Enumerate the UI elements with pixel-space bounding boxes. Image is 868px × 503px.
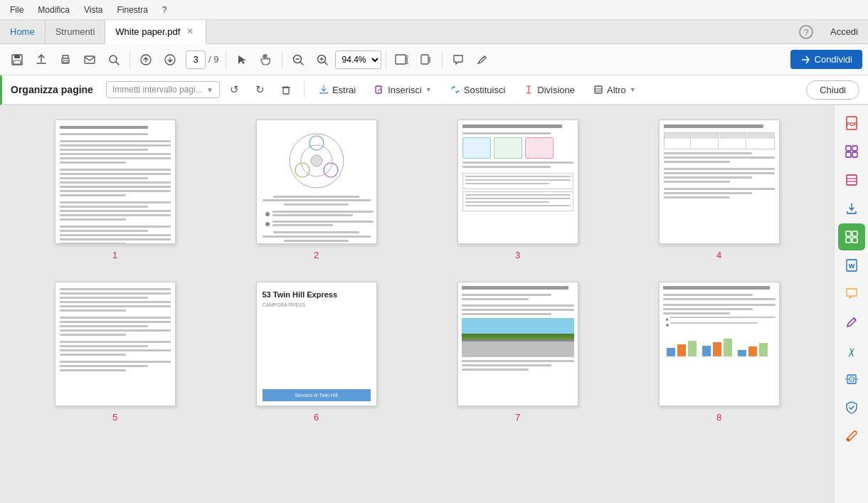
select-icon — [236, 54, 248, 65]
upload-button[interactable] — [30, 48, 53, 71]
svg-rect-7 — [85, 56, 95, 63]
sidebar-compress-icon[interactable] — [838, 166, 865, 194]
save-button[interactable] — [6, 48, 28, 71]
menu-file[interactable]: File — [4, 4, 29, 16]
pages-area[interactable]: 1 — [0, 105, 834, 503]
search-button[interactable] — [102, 48, 125, 71]
share-icon — [800, 55, 810, 65]
tab-whitepaper[interactable]: White paper.pdf ✕ — [105, 20, 206, 44]
menu-vista[interactable]: Vista — [78, 4, 108, 16]
sidebar-edit-icon[interactable] — [838, 309, 865, 336]
sostituisci-button[interactable]: Sostituisci — [443, 81, 513, 99]
chart-svg — [663, 330, 770, 359]
page-num-4: 4 — [716, 250, 721, 260]
chiudi-button[interactable]: Chiudi — [806, 80, 859, 100]
separator-5 — [442, 51, 443, 68]
page-thumb-6[interactable]: 53 Twin Hill Express CAMPORA PRESS Servi… — [223, 282, 410, 423]
menu-finestra[interactable]: Finestra — [112, 4, 154, 16]
fit-width-button[interactable] — [391, 48, 413, 71]
sidebar-word-icon[interactable]: W — [838, 252, 865, 279]
page-image-8 — [659, 282, 780, 406]
undo-button[interactable]: ↺ — [224, 79, 245, 100]
word-icon: W — [845, 258, 859, 272]
page-thumb-5[interactable]: 5 — [21, 282, 208, 423]
page-thumb-7[interactable]: 7 — [424, 282, 611, 423]
select-tool-button[interactable] — [231, 48, 253, 71]
condividi-button[interactable]: Condividi — [790, 50, 862, 69]
inserisci-icon — [374, 85, 384, 95]
page-image-6: 53 Twin Hill Express CAMPORA PRESS Servi… — [256, 282, 377, 406]
tab-strumenti-label: Strumenti — [55, 26, 95, 37]
divisione-button[interactable]: Divisione — [517, 81, 582, 99]
page-thumb-3[interactable]: 3 — [424, 120, 611, 260]
sidebar-tools-icon[interactable] — [838, 423, 865, 450]
inserisci-chevron: ▼ — [425, 86, 432, 93]
page-down-icon — [164, 54, 176, 65]
sidebar-combine-icon[interactable] — [838, 138, 865, 165]
svg-point-35 — [309, 136, 324, 150]
edit-toolbar-button[interactable] — [471, 48, 494, 71]
diagram-svg — [285, 129, 349, 193]
svg-rect-4 — [14, 60, 21, 64]
comment-button[interactable] — [447, 48, 470, 71]
svg-rect-40 — [688, 341, 697, 356]
zoom-out-button[interactable] — [287, 48, 309, 71]
svg-rect-57 — [846, 231, 851, 236]
right-sidebar: PDF — [834, 105, 868, 503]
divisione-icon — [524, 85, 534, 95]
svg-rect-43 — [724, 339, 732, 356]
svg-line-9 — [116, 62, 119, 65]
inserisci-button[interactable]: Inserisci ▼ — [367, 81, 439, 99]
menu-modifica[interactable]: Modifica — [32, 4, 75, 16]
page-up-button[interactable] — [134, 48, 157, 71]
page-thumb-1[interactable]: 1 — [21, 120, 208, 260]
page-thumb-4[interactable]: 4 — [625, 120, 813, 260]
svg-text:W: W — [848, 263, 854, 270]
svg-rect-24 — [283, 88, 289, 94]
print-button[interactable] — [54, 48, 77, 71]
page-num-6: 6 — [314, 412, 319, 423]
page-total: / 9 — [208, 54, 218, 65]
svg-rect-59 — [846, 238, 851, 243]
menu-help[interactable]: ? — [157, 4, 173, 16]
redo-button[interactable]: ↻ — [250, 79, 271, 100]
sidebar-comment-icon[interactable] — [838, 280, 865, 307]
accedi-button[interactable]: Accedi — [820, 20, 868, 43]
sidebar-export-icon[interactable] — [838, 195, 865, 222]
page-num-7: 7 — [515, 412, 520, 423]
export-icon — [845, 201, 859, 216]
sidebar-organize-icon[interactable] — [838, 223, 865, 250]
interval-select[interactable]: Immetti intervallo pagi... ▼ — [106, 81, 220, 98]
tab-strumenti[interactable]: Strumenti — [46, 20, 106, 43]
page-thumb-2[interactable]: 2 — [223, 120, 410, 260]
page-input[interactable] — [186, 51, 206, 69]
estrai-button[interactable]: Estrai — [312, 81, 363, 99]
fit-page-button[interactable] — [415, 48, 438, 71]
delete-button[interactable] — [275, 79, 297, 100]
tab-home[interactable]: Home — [0, 20, 46, 43]
zoom-select[interactable]: 94.4% 50% 75% 100% 125% 150% — [335, 51, 381, 69]
toolbar: / 9 94.4% 50% 75% 100% 125 — [0, 44, 868, 75]
sidebar-formula-icon[interactable]: χ — [838, 337, 865, 364]
page-up-icon — [140, 54, 152, 65]
hand-tool-button[interactable] — [255, 48, 277, 71]
svg-rect-54 — [847, 175, 857, 185]
svg-rect-21 — [421, 55, 428, 64]
separator-1 — [129, 51, 130, 68]
page-num-5: 5 — [112, 412, 117, 423]
sidebar-pdf-icon[interactable]: PDF — [838, 110, 865, 137]
help-button[interactable]: ? — [792, 20, 820, 43]
sidebar-shield-icon[interactable] — [838, 394, 865, 421]
email-button[interactable] — [78, 48, 101, 71]
svg-rect-41 — [702, 346, 711, 356]
tab-close-icon[interactable]: ✕ — [184, 26, 196, 37]
sidebar-scan-icon[interactable] — [838, 366, 865, 393]
svg-line-14 — [300, 62, 303, 65]
zoom-in-button[interactable] — [311, 48, 334, 71]
svg-rect-53 — [852, 152, 857, 157]
page-down-button[interactable] — [159, 48, 181, 71]
altro-button[interactable]: Altro ▼ — [586, 81, 643, 99]
page-navigation: / 9 — [186, 51, 218, 69]
altro-icon — [593, 85, 603, 95]
page-thumb-8[interactable]: 8 — [625, 282, 813, 423]
